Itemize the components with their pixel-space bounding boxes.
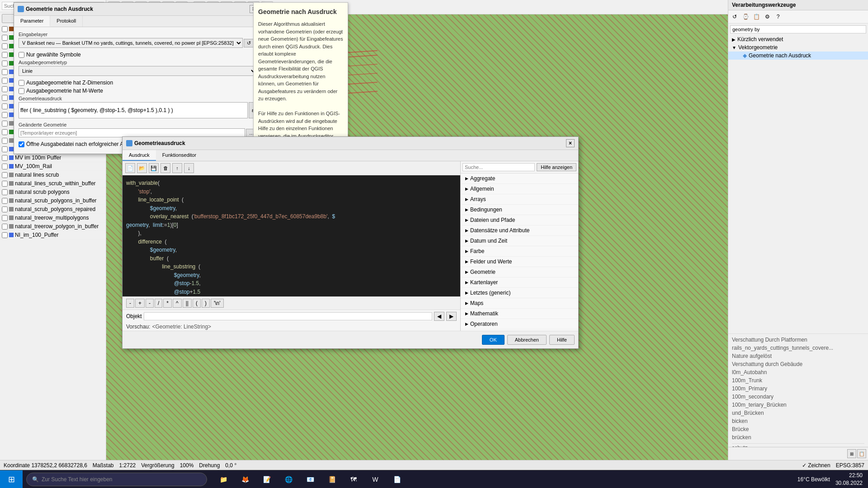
- expr-btn-open-paren[interactable]: (: [193, 299, 201, 308]
- layer-item[interactable]: natural_scrub_polygons_in_buffer: [0, 197, 106, 205]
- only-selected-checkbox[interactable]: [19, 52, 24, 58]
- input-layer-select[interactable]: V Bankset neu — Bankset UTM no yards, cu…: [19, 38, 243, 48]
- taskbar-icon-note[interactable]: 📝: [258, 470, 276, 488]
- expr-save-btn[interactable]: 💾: [149, 163, 159, 173]
- has-m-checkbox[interactable]: [19, 88, 24, 94]
- layer-checkbox[interactable]: [2, 43, 8, 49]
- expr-help-dlg-btn[interactable]: Hilfe: [549, 335, 575, 345]
- layer-item[interactable]: MV im 100m Puffer: [0, 154, 106, 162]
- taskbar-icon-files[interactable]: 📁: [214, 470, 232, 488]
- expr-btn-divide[interactable]: /: [155, 299, 162, 308]
- layer-checkbox[interactable]: [2, 232, 8, 238]
- taskbar-icon-web[interactable]: 🌐: [279, 470, 297, 488]
- expr-btn-close-paren[interactable]: ): [202, 299, 210, 308]
- expr-btn-plus[interactable]: +: [135, 299, 145, 308]
- expr-search-input[interactable]: [462, 163, 535, 171]
- layer-checkbox[interactable]: [2, 224, 8, 230]
- expr-cancel-btn[interactable]: Abbrechen: [507, 335, 547, 345]
- expr-btn-power[interactable]: ^: [173, 299, 182, 308]
- expr-func-item[interactable]: ▶Felder und Werte: [461, 257, 578, 267]
- layer-checkbox[interactable]: [2, 155, 8, 161]
- layer-checkbox[interactable]: [2, 215, 8, 221]
- expr-func-item[interactable]: ▶Bedingungen: [461, 205, 578, 215]
- start-button[interactable]: ⊞: [0, 470, 23, 488]
- expr-func-item[interactable]: ▶Kartenlayer: [461, 277, 578, 288]
- layer-item[interactable]: natural_lines_scrub_within_buffer: [0, 179, 106, 188]
- layer-checkbox[interactable]: [2, 129, 8, 135]
- expr-import-btn[interactable]: ↓: [184, 163, 194, 173]
- expr-btn-subtract[interactable]: -: [146, 299, 154, 308]
- layer-checkbox[interactable]: [2, 26, 8, 32]
- right-tree-recent-toggle[interactable]: ▶ Kürzlich verwendet: [728, 35, 868, 43]
- expr-code-editor[interactable]: with_variable( 'stop', line_locate_point…: [123, 175, 460, 296]
- layer-checkbox[interactable]: [2, 198, 8, 204]
- layer-checkbox[interactable]: [2, 35, 8, 41]
- layer-checkbox[interactable]: [2, 69, 8, 75]
- right-toolbar-options[interactable]: ⚙: [763, 12, 772, 21]
- expr-btn-minus[interactable]: -: [126, 299, 134, 308]
- expr-func-item[interactable]: ▶Arrays: [461, 194, 578, 205]
- taskbar-icon-mail[interactable]: 📧: [301, 470, 319, 488]
- expr-ok-btn[interactable]: OK: [482, 335, 505, 345]
- expr-btn-pause[interactable]: ||: [183, 299, 192, 308]
- layer-checkbox[interactable]: [2, 61, 8, 66]
- taskbar-icon-qgis[interactable]: 🗺: [344, 470, 363, 488]
- expr-func-item[interactable]: ▶Mathematik: [461, 309, 578, 319]
- layer-item[interactable]: natural scrub polygons: [0, 188, 106, 197]
- layer-checkbox[interactable]: [2, 138, 8, 144]
- has-z-checkbox[interactable]: [19, 80, 24, 86]
- expr-func-item[interactable]: ▶Farbe: [461, 246, 578, 257]
- layer-checkbox[interactable]: [2, 86, 8, 92]
- layer-checkbox[interactable]: [2, 181, 8, 187]
- right-toolbar-results[interactable]: 📋: [752, 12, 761, 21]
- expr-func-item[interactable]: ▶Datum und Zeit: [461, 236, 578, 246]
- right-toolbar-history[interactable]: ⌚: [741, 12, 750, 21]
- layer-checkbox[interactable]: [2, 164, 8, 169]
- expr-tab-funktionseditor[interactable]: Funktionseditor: [156, 150, 203, 161]
- expr-func-item[interactable]: ▶Operatoren: [461, 319, 578, 329]
- changed-geom-input[interactable]: [19, 128, 245, 137]
- expr-func-item[interactable]: ▶Aggregate: [461, 174, 578, 184]
- right-tree-vector-geom-toggle[interactable]: ▼ Vektorgeometrie: [728, 43, 868, 52]
- tab-protokoll[interactable]: Protokoll: [50, 16, 83, 27]
- expr-object-input[interactable]: [144, 312, 432, 320]
- layer-checkbox[interactable]: [2, 146, 8, 152]
- layer-item[interactable]: natural_scrub_polygons_repaired: [0, 205, 106, 214]
- geom-expr-display[interactable]: ffer ( line_substring ( $geometry, @stop…: [19, 102, 248, 118]
- open-output-checkbox[interactable]: [19, 141, 24, 147]
- layer-item[interactable]: MV_100m_Rail: [0, 162, 106, 171]
- expr-new-btn[interactable]: 📄: [125, 163, 135, 173]
- tab-parameter[interactable]: Parameter: [14, 16, 50, 27]
- taskbar-icon-onenote[interactable]: 📔: [323, 470, 341, 488]
- right-search-input[interactable]: [730, 25, 866, 33]
- right-tree-geom-expr-item[interactable]: ◆ Geometrie nach Ausdruck: [728, 52, 868, 60]
- input-layer-refresh-btn[interactable]: ↺: [244, 39, 254, 47]
- layer-checkbox[interactable]: [2, 206, 8, 212]
- taskbar-icon-browser[interactable]: 🦊: [236, 470, 254, 488]
- taskbar-icon-word[interactable]: W: [366, 470, 384, 488]
- expr-open-btn[interactable]: 📂: [137, 163, 147, 173]
- expr-prev-btn[interactable]: ◀: [434, 312, 444, 321]
- layer-checkbox[interactable]: [2, 103, 8, 109]
- layer-checkbox[interactable]: [2, 95, 8, 101]
- layer-checkbox[interactable]: [2, 52, 8, 58]
- expr-dialog-close[interactable]: ×: [566, 139, 575, 147]
- output-geom-type-select[interactable]: Linie: [19, 66, 257, 76]
- right-toolbar-refresh[interactable]: ↺: [730, 12, 739, 21]
- right-toolbar-help[interactable]: ?: [774, 12, 783, 21]
- layer-item[interactable]: natural_treerow_polygon_in_buffer: [0, 222, 106, 231]
- expr-func-item[interactable]: ▶Datensätze und Attribute: [461, 225, 578, 236]
- rp-bottom-btn2[interactable]: 📋: [857, 449, 866, 458]
- layer-checkbox[interactable]: [2, 172, 8, 178]
- layer-checkbox[interactable]: [2, 112, 8, 118]
- expr-delete-btn[interactable]: 🗑: [160, 163, 170, 173]
- layer-item[interactable]: NI_im_100_Puffer: [0, 231, 106, 239]
- expr-btn-newline[interactable]: '\n': [211, 299, 224, 308]
- expr-export-btn[interactable]: ↑: [172, 163, 182, 173]
- expr-func-item[interactable]: ▶Dateien und Pfade: [461, 215, 578, 225]
- layer-checkbox[interactable]: [2, 78, 8, 84]
- layer-checkbox[interactable]: [2, 189, 8, 195]
- expr-btn-multiply[interactable]: *: [163, 299, 172, 308]
- expr-func-item[interactable]: ▶Geometrie: [461, 267, 578, 277]
- expr-func-item[interactable]: ▶Allgemein: [461, 184, 578, 194]
